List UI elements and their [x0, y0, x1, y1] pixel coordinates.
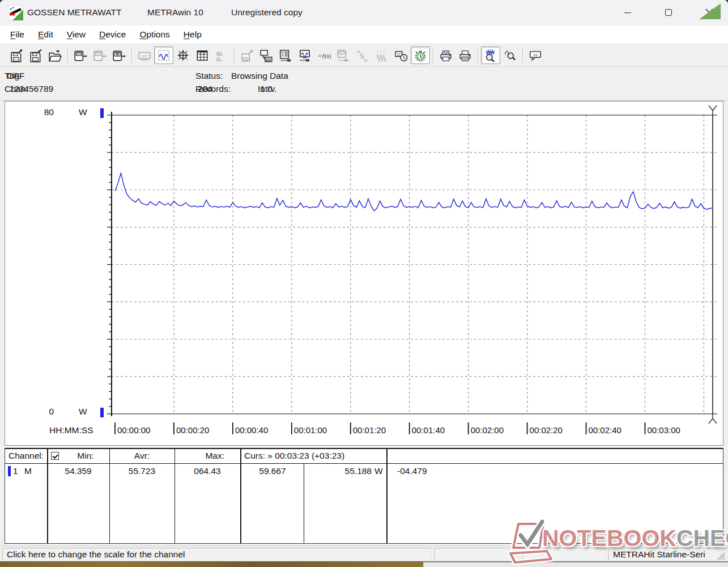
- bars-view-icon: [215, 49, 228, 62]
- minimize-button[interactable]: [615, 3, 641, 22]
- maximize-button[interactable]: [655, 3, 682, 22]
- titlebar-app-name: METRAwin 10: [147, 7, 203, 18]
- toolbar-separator: [65, 48, 71, 63]
- print-chart-icon: [439, 49, 453, 62]
- zoom-curve-button[interactable]: [500, 46, 520, 64]
- export-file-button[interactable]: [7, 46, 26, 64]
- y-axis-unit-top: W: [79, 107, 87, 117]
- col-header-min: Min:: [62, 451, 109, 461]
- toolbar: 321321M1257=ƒ(x)321121/2: [0, 44, 728, 67]
- print-icon: [458, 49, 472, 62]
- channel-avr-value: 55.723: [109, 466, 174, 476]
- statusbar-hint-text: Click here to change the scale for the c…: [7, 549, 185, 559]
- xy-view-button[interactable]: [173, 46, 193, 64]
- statusbar-hint[interactable]: Click here to change the scale for the c…: [2, 548, 432, 561]
- store-config-icon: [259, 49, 273, 62]
- x-axis-tick-label: 00:00:40: [235, 425, 268, 435]
- channel-min-value: 54.359: [47, 466, 109, 476]
- menu-view[interactable]: View: [60, 27, 92, 43]
- x-axis-tick-label: 00:02:40: [589, 425, 621, 435]
- device-m-icon: M: [112, 49, 126, 62]
- print-button[interactable]: [455, 46, 475, 64]
- sampling-icon: [375, 49, 389, 62]
- store-config-button[interactable]: [257, 46, 276, 64]
- channel-settings-icon: [279, 49, 292, 62]
- analog-output-button: [353, 46, 372, 64]
- table-divider: [109, 449, 110, 543]
- resize-grip-icon[interactable]: [717, 552, 725, 560]
- app-window: GOSSEN METRAWATT METRAwin 10 Unregistere…: [0, 0, 728, 562]
- svg-text:=ƒ(x): =ƒ(x): [318, 53, 331, 60]
- transfer-config-button: [237, 46, 257, 64]
- titlebar: GOSSEN METRAWATT METRAwin 10 Unregistere…: [0, 0, 728, 26]
- x-axis-tick-label: 00:01:00: [294, 425, 327, 435]
- read-device-button[interactable]: 321: [71, 46, 90, 64]
- records-value: 204: [198, 84, 212, 94]
- menu-edit[interactable]: Edit: [31, 27, 60, 43]
- svg-text:1/2: 1/2: [533, 53, 538, 56]
- chart-plot[interactable]: [5, 101, 723, 445]
- channel-scale-marker-bottom[interactable]: [100, 408, 104, 417]
- numeric-view-button: 1257: [135, 46, 154, 64]
- info-bar: Trig: OFF Chan: 123456789 Status: Browsi…: [0, 67, 728, 101]
- annotation-button[interactable]: 1/2: [526, 46, 545, 64]
- cursor-handle-top[interactable]: [709, 105, 717, 115]
- toolbar-separator: [475, 48, 481, 63]
- channel-settings-button[interactable]: [276, 46, 295, 64]
- time-settings-icon: 12: [394, 49, 408, 62]
- x-axis-format-label: HH:MM:SS: [49, 425, 93, 435]
- channel-mode: M: [24, 466, 32, 476]
- numeric-display-icon: 1257: [138, 49, 151, 62]
- cursor-difference-value: -04.479: [397, 466, 427, 476]
- minimize-icon: [624, 12, 631, 13]
- col-header-cursor: Curs: » 00:03:23 (+03:23): [244, 451, 344, 461]
- cursor-handle-bottom[interactable]: [709, 414, 717, 424]
- menu-help-label: Help: [184, 29, 202, 39]
- monitor-settings-button[interactable]: [295, 46, 314, 64]
- toolbar-separator: [231, 48, 237, 63]
- chart-view-button[interactable]: [154, 46, 173, 64]
- chart-panel[interactable]: 80 W 0 W HH:MM:SS 00:00:0000:00:2000:00:…: [5, 101, 723, 446]
- background-window-strip: [423, 562, 728, 567]
- callout-icon: 1/2: [529, 49, 542, 62]
- menu-device[interactable]: Device: [92, 27, 133, 43]
- statusbar-device: METRAHit Starline-Seri: [608, 548, 721, 561]
- menu-view-label: View: [67, 29, 86, 39]
- menu-help[interactable]: Help: [177, 27, 208, 43]
- menu-options[interactable]: Options: [133, 27, 176, 43]
- col-header-avr: Avr:: [109, 451, 174, 461]
- toolbar-separator: [129, 48, 135, 63]
- timer-button[interactable]: [411, 46, 430, 64]
- svg-text:321: 321: [76, 52, 82, 56]
- formula-button[interactable]: =ƒ(x): [314, 46, 334, 64]
- folder-open-icon: [48, 49, 62, 62]
- zoom-wave-button[interactable]: [481, 46, 500, 64]
- y-axis-unit-bottom: W: [79, 407, 87, 417]
- x-axis-tick-label: 00:01:40: [412, 425, 445, 435]
- open-file-button[interactable]: [45, 46, 65, 64]
- table-divider: [174, 449, 175, 543]
- cursor-last-value: 55.188: [304, 466, 372, 476]
- table-divider: [47, 449, 48, 543]
- menu-file[interactable]: File: [3, 27, 31, 43]
- import-file-button[interactable]: [26, 46, 45, 64]
- sampling-button: [372, 46, 391, 64]
- channel-visible-checkbox[interactable]: [51, 452, 59, 460]
- table-header-divider: [5, 463, 723, 464]
- statusbar-section-3: [522, 548, 606, 561]
- statusbar-device-text: METRAHit Starline-Seri: [613, 549, 705, 559]
- channel-scale-marker-top[interactable]: [100, 108, 104, 118]
- device-config-icon: 321: [337, 49, 350, 62]
- statusbar-section-2: [434, 548, 520, 561]
- menu-device-label: Device: [99, 29, 126, 39]
- print-preview-button[interactable]: [436, 46, 455, 64]
- svg-text:1257: 1257: [141, 54, 149, 57]
- svg-text:M: M: [116, 52, 119, 56]
- time-settings-button[interactable]: 12: [391, 46, 411, 64]
- desktop-background-strip: [0, 562, 423, 567]
- memory-device-button[interactable]: M: [109, 46, 129, 64]
- table-view-button[interactable]: [193, 46, 212, 64]
- table-divider: [240, 449, 241, 543]
- table-view-icon: [195, 49, 209, 62]
- x-axis-tick-label: 00:00:20: [176, 425, 209, 435]
